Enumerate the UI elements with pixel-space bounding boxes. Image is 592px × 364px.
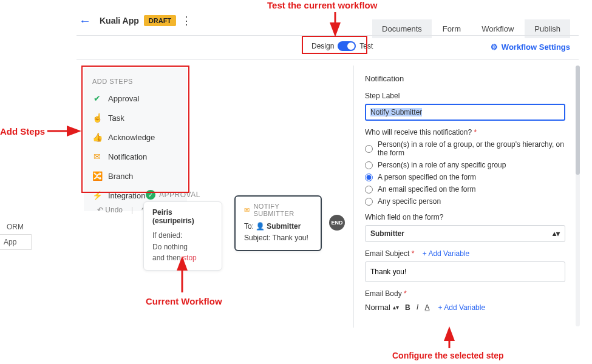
rte-style-select[interactable]: Normal ▴▾ xyxy=(365,303,399,312)
approval-step-card[interactable]: Peiris (esuripeiris) If denied: Do nothi… xyxy=(143,201,222,271)
recipient-option-2[interactable]: A person specified on the form xyxy=(365,173,565,181)
email-subject-label: Email Subject * Add Variable xyxy=(365,249,565,258)
notify-subject-row: Subject: Thank you! xyxy=(244,232,312,244)
add-step-branch[interactable]: 🔀 Branch xyxy=(84,166,187,186)
bolt-icon: ⚡ xyxy=(92,190,102,200)
mode-test-label: Test xyxy=(359,42,373,50)
annotation-test-workflow: Test the current workflow xyxy=(267,0,377,10)
approval-rule-line: Do nothing xyxy=(152,241,213,253)
form-field-select[interactable]: Submitter ▴▾ xyxy=(365,225,565,242)
add-step-label: Branch xyxy=(108,172,133,181)
notify-to-row: To: 👤Submitter xyxy=(244,221,312,232)
bold-button[interactable]: B xyxy=(405,303,410,312)
select-arrows-icon: ▴▾ xyxy=(553,229,560,238)
add-step-approval[interactable]: ✔ Approval xyxy=(84,89,187,108)
check-circle-icon: ✔ xyxy=(92,93,102,103)
annotation-add-steps: Add Steps xyxy=(0,126,45,136)
workflow-end-node[interactable]: END xyxy=(329,215,345,231)
add-step-label: Notification xyxy=(108,152,147,161)
add-step-label: Integration xyxy=(108,191,145,200)
approval-rule-line: and then stop xyxy=(152,252,213,264)
add-step-label: Acknowledge xyxy=(108,133,155,142)
add-steps-title: ADD STEPS xyxy=(84,74,187,89)
recipient-option-0[interactable]: Person(s) in a role of a group, or the g… xyxy=(365,140,565,157)
gear-icon: ⚙ xyxy=(491,42,498,52)
notify-step-card[interactable]: ✉ NOTIFY SUBMITTER To: 👤Submitter Subjec… xyxy=(234,195,322,251)
envelope-icon: ✉ xyxy=(244,206,250,214)
check-circle-icon: ✓ xyxy=(146,190,155,200)
text-color-button[interactable]: A xyxy=(425,303,430,312)
thumbs-up-icon: 👍 xyxy=(92,132,102,142)
step-config-panel: Notification Step Label Notify Submitter… xyxy=(353,66,575,328)
approval-assignee: Peiris (esuripeiris) xyxy=(152,208,213,225)
branch-icon: 🔀 xyxy=(92,171,102,181)
approval-step-header: ✓ APPROVAL xyxy=(146,188,213,201)
approval-step-title: APPROVAL xyxy=(159,190,200,199)
config-section-title: Notification xyxy=(365,74,565,83)
approval-rule-line: If denied: xyxy=(152,230,213,241)
draft-badge: DRAFT xyxy=(144,15,176,26)
design-test-toggle[interactable] xyxy=(338,41,356,51)
add-step-label: Approval xyxy=(108,94,139,103)
add-step-label: Task xyxy=(108,113,124,123)
annotation-configure: Configure the selected step xyxy=(392,351,504,360)
add-step-notification[interactable]: ✉ Notification xyxy=(84,147,187,166)
email-subject-input[interactable] xyxy=(365,261,565,282)
recipient-option-4[interactable]: Any specific person xyxy=(365,197,565,206)
person-icon: 👤 xyxy=(256,222,265,231)
workflow-settings-label: Workflow Settings xyxy=(502,42,570,52)
recipient-option-3[interactable]: An email specified on the form xyxy=(365,185,565,194)
pointer-icon: ☝ xyxy=(92,113,102,123)
envelope-icon: ✉ xyxy=(92,152,102,161)
step-label-input[interactable]: Notify Submitter xyxy=(365,104,565,121)
email-body-label: Email Body * xyxy=(365,289,565,298)
chevron-updown-icon: ▴▾ xyxy=(393,304,399,311)
add-variable-body[interactable]: Add Variable xyxy=(438,303,486,312)
form-section-label: ORM xyxy=(0,220,30,234)
workflow-settings-link[interactable]: ⚙ Workflow Settings xyxy=(491,42,570,52)
notify-step-title: NOTIFY SUBMITTER xyxy=(253,203,312,217)
mode-toggle-group: Design Test xyxy=(305,39,379,53)
add-variable-subject[interactable]: Add Variable xyxy=(423,249,470,258)
add-step-acknowledge[interactable]: 👍 Acknowledge xyxy=(84,127,187,147)
italic-button[interactable]: I xyxy=(417,303,419,312)
config-scrollbar-thumb[interactable] xyxy=(576,66,580,175)
annotation-current-workflow: Current Workflow xyxy=(146,296,222,306)
app-title: Kuali App xyxy=(100,16,139,25)
more-menu-icon[interactable]: ⋮ xyxy=(181,15,192,26)
step-label-label: Step Label xyxy=(365,92,565,100)
undo-button[interactable]: ↶ Undo xyxy=(97,206,123,214)
undo-redo-toolbar: ↶ Undo | ↷ Redo xyxy=(0,201,167,218)
recipient-question: Who will receive this notification? * xyxy=(365,128,565,136)
app-name-input[interactable] xyxy=(0,234,32,250)
rich-text-toolbar: Normal ▴▾ B I A Add Variable xyxy=(365,303,565,312)
recipient-option-1[interactable]: Person(s) in a role of any specific grou… xyxy=(365,161,565,169)
back-arrow-icon[interactable]: ← xyxy=(79,14,91,28)
add-step-task[interactable]: ☝ Task xyxy=(84,108,187,127)
field-question: Which field on the form? xyxy=(365,213,565,221)
mode-design-label: Design xyxy=(311,42,334,50)
